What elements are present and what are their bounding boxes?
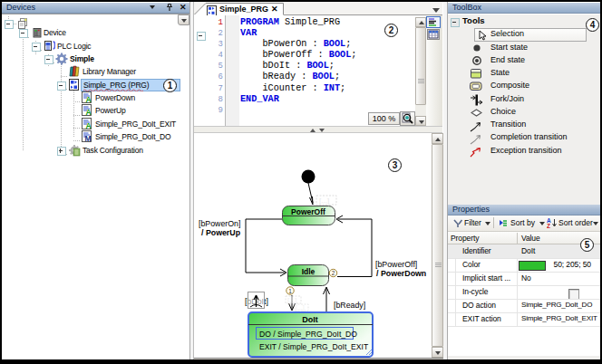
svg-text:M: M [85,134,92,142]
svg-text:DO / Simple_PRG_DoIt_DO: DO / Simple_PRG_DoIt_DO [259,330,357,339]
svg-text:Idle: Idle [302,267,316,276]
svg-text:[...]: [...] [319,196,329,205]
svg-text:[...]: [...] [287,296,296,304]
svg-text:PowerOff: PowerOff [291,207,325,216]
svg-text:/ PowerDown: / PowerDown [376,269,426,278]
svg-text:2: 2 [332,270,335,276]
svg-text:[bReady]: [bReady] [334,301,365,310]
svg-text:A: A [86,108,92,116]
svg-text:/ PowerUp: / PowerUp [201,228,241,237]
svg-text:DoIt: DoIt [302,315,318,324]
svg-text:A: A [86,95,92,103]
svg-text:Z: Z [547,223,550,228]
svg-text:A: A [86,121,92,129]
svg-text:[...]: [...] [296,304,305,311]
svg-text:[bPowerOn]: [bPowerOn] [199,219,240,228]
svg-text:1: 1 [288,288,292,294]
svg-text:EXIT / Simple_PRG_DoIt_EXIT: EXIT / Simple_PRG_DoIt_EXIT [259,342,369,351]
svg-text:[bPowerOff]: [bPowerOff] [375,260,417,269]
